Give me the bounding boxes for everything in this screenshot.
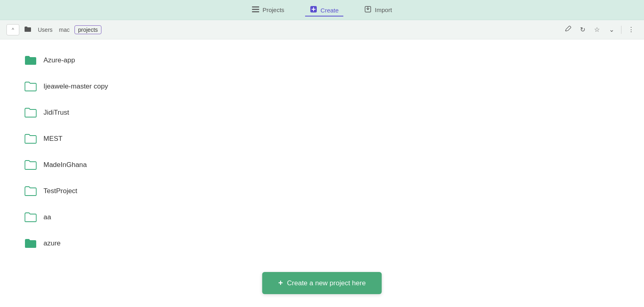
project-item-mest[interactable]: MEST bbox=[24, 126, 620, 152]
list-icon bbox=[252, 6, 259, 14]
project-item-azure[interactable]: azure bbox=[24, 231, 620, 257]
star-button[interactable]: ☆ bbox=[590, 24, 603, 35]
up-button[interactable]: ^ bbox=[6, 24, 19, 35]
breadcrumb-mac[interactable]: mac bbox=[58, 26, 71, 34]
nav-create-label: Create bbox=[320, 7, 339, 14]
project-item-aa[interactable]: aa bbox=[24, 204, 620, 231]
breadcrumb-projects[interactable]: projects bbox=[74, 25, 101, 34]
main-content: Azure-app Ijeawele-master copy JidiTrust… bbox=[0, 39, 644, 307]
nav-projects-label: Projects bbox=[262, 6, 284, 13]
folder-icon-aa bbox=[24, 211, 37, 224]
folder-icon-ijeawele bbox=[24, 80, 37, 93]
project-item-azure-app[interactable]: Azure-app bbox=[24, 47, 620, 74]
more-icon: ⋮ bbox=[628, 26, 634, 33]
address-bar-actions: ↻ ☆ ⌄ ⋮ bbox=[561, 24, 638, 35]
plus-icon: + bbox=[278, 278, 283, 288]
project-item-ijeawele[interactable]: Ijeawele-master copy bbox=[24, 74, 620, 100]
folder-icon-jiditrust bbox=[24, 106, 37, 119]
nav-import[interactable]: Import bbox=[359, 3, 397, 17]
project-name-jiditrust: JidiTrust bbox=[43, 109, 69, 117]
pencil-icon bbox=[565, 26, 571, 34]
breadcrumb-users-label: Users bbox=[38, 27, 53, 33]
project-item-jiditrust[interactable]: JidiTrust bbox=[24, 100, 620, 126]
address-bar: ^ Users mac projects ↻ ☆ bbox=[0, 20, 644, 39]
edit-button[interactable] bbox=[561, 24, 574, 35]
refresh-icon: ↻ bbox=[580, 26, 585, 33]
chevron-down-icon: ⌄ bbox=[609, 26, 614, 33]
import-icon bbox=[364, 6, 372, 14]
nav-projects[interactable]: Projects bbox=[247, 4, 289, 16]
project-name-aa: aa bbox=[43, 213, 51, 221]
root-folder-icon bbox=[24, 26, 31, 33]
top-navigation: Projects Create Import bbox=[0, 0, 644, 20]
breadcrumb-mac-label: mac bbox=[59, 27, 70, 33]
project-name-mest: MEST bbox=[43, 135, 62, 143]
project-name-azure: azure bbox=[43, 239, 61, 247]
star-icon: ☆ bbox=[594, 26, 600, 33]
dropdown-button[interactable]: ⌄ bbox=[605, 24, 618, 35]
project-item-testproject[interactable]: TestProject bbox=[24, 178, 620, 204]
folder-icon-mest bbox=[24, 132, 37, 145]
folder-icon-azure-app bbox=[24, 54, 37, 67]
project-item-madeinghana[interactable]: MadeInGhana bbox=[24, 152, 620, 178]
more-options-button[interactable]: ⋮ bbox=[625, 24, 638, 35]
breadcrumb-users[interactable]: Users bbox=[36, 26, 54, 34]
plus-square-icon bbox=[310, 6, 317, 14]
project-name-testproject: TestProject bbox=[43, 187, 77, 195]
nav-create[interactable]: Create bbox=[305, 3, 343, 16]
project-name-madeinghana: MadeInGhana bbox=[43, 161, 87, 169]
chevron-up-icon: ^ bbox=[12, 27, 14, 33]
nav-import-label: Import bbox=[375, 6, 392, 13]
svg-rect-2 bbox=[252, 11, 259, 12]
project-name-ijeawele: Ijeawele-master copy bbox=[43, 82, 108, 91]
folder-icon-azure bbox=[24, 237, 37, 250]
create-project-label: Create a new project here bbox=[287, 279, 366, 287]
svg-rect-1 bbox=[252, 9, 259, 10]
folder-icon-testproject bbox=[24, 185, 37, 198]
project-list: Azure-app Ijeawele-master copy JidiTrust… bbox=[24, 47, 620, 257]
breadcrumb-projects-label: projects bbox=[78, 27, 98, 33]
breadcrumb-folder-root[interactable] bbox=[23, 25, 33, 34]
refresh-button[interactable]: ↻ bbox=[576, 24, 589, 35]
create-project-button[interactable]: + Create a new project here bbox=[262, 272, 382, 294]
folder-icon-madeinghana bbox=[24, 159, 37, 171]
svg-rect-0 bbox=[252, 6, 259, 8]
toolbar-divider bbox=[621, 26, 621, 34]
project-name-azure-app: Azure-app bbox=[43, 56, 75, 64]
